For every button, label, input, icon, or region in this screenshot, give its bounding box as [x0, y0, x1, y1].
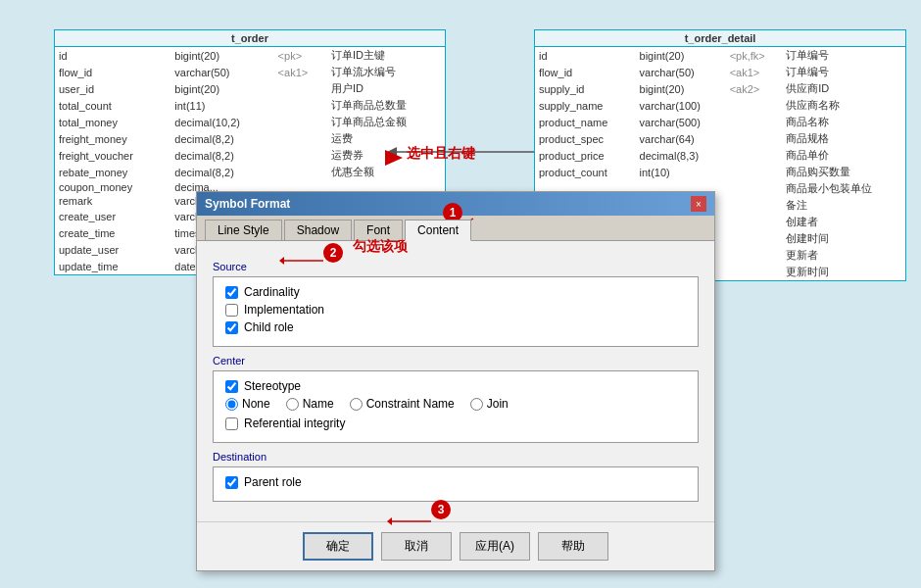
apply-button[interactable]: 应用(A) — [460, 532, 530, 561]
center-label: Center — [213, 355, 699, 367]
radio-row: None Name Constraint Name Join — [225, 397, 686, 411]
radio-join-label: Join — [470, 397, 509, 411]
destination-section: Parent role — [213, 466, 699, 502]
radio-constraint-name[interactable] — [350, 398, 363, 411]
source-label: Source — [213, 261, 699, 272]
table-row: flow_idvarchar(50)<ak1>订单流水编号 — [55, 64, 445, 80]
cardinality-checkbox[interactable] — [225, 286, 238, 299]
confirm-button[interactable]: 确定 — [303, 532, 373, 561]
table-row: total_countint(11)订单商品总数量 — [55, 97, 445, 114]
tab-font[interactable]: Font — [354, 220, 403, 240]
svg-marker-3 — [385, 150, 403, 166]
stereotype-row: Stereotype — [225, 379, 686, 393]
center-section: Stereotype None Name Constraint Name Joi… — [213, 370, 699, 443]
t-order-detail-title: t_order_detail — [535, 30, 905, 47]
table-row: flow_idvarchar(50)<ak1>订单编号 — [535, 64, 905, 80]
referential-integrity-checkbox[interactable] — [225, 417, 238, 430]
stereotype-checkbox[interactable] — [225, 380, 238, 393]
referential-integrity-label: Referential integrity — [244, 416, 345, 430]
parent-role-row: Parent role — [225, 475, 686, 489]
step-3-badge: 3 — [431, 500, 451, 519]
dialog-tabs: Line Style Shadow Font Content — [197, 216, 714, 241]
radio-none[interactable] — [225, 398, 238, 411]
table-row: total_moneydecimal(10,2)订单商品总金额 — [55, 114, 445, 130]
help-button[interactable]: 帮助 — [538, 532, 608, 561]
implementation-checkbox[interactable] — [225, 304, 238, 317]
dialog-title: Symbol Format — [205, 197, 290, 211]
right-click-arrow — [385, 150, 405, 166]
table-row: idbigint(20)<pk>订单ID主键 — [55, 47, 445, 64]
radio-constraint-label: Constraint Name — [350, 397, 455, 411]
source-section: Cardinality Implementation Child role — [213, 276, 699, 347]
symbol-format-dialog: Symbol Format × Line Style Shadow Font C… — [196, 191, 715, 571]
table-row: product_namevarchar(500)商品名称 — [535, 114, 905, 130]
parent-role-checkbox[interactable] — [225, 476, 238, 489]
child-role-label: Child role — [244, 320, 294, 334]
cardinality-label: Cardinality — [244, 285, 300, 299]
cardinality-row: Cardinality — [225, 285, 686, 299]
implementation-label: Implementation — [244, 303, 324, 317]
table-row: product_pricedecimal(8,3)商品单价 — [535, 147, 905, 164]
radio-name[interactable] — [286, 398, 299, 411]
tab-shadow[interactable]: Shadow — [284, 220, 352, 240]
table-row: product_specvarchar(64)商品规格 — [535, 130, 905, 147]
stereotype-label: Stereotype — [244, 379, 301, 393]
close-button[interactable]: × — [691, 196, 706, 212]
implementation-row: Implementation — [225, 303, 686, 317]
tab-content[interactable]: Content — [405, 220, 471, 241]
child-role-row: Child role — [225, 320, 686, 334]
table-row: idbigint(20)<pk,fk>订单编号 — [535, 47, 905, 64]
table-row: supply_namevarchar(100)供应商名称 — [535, 97, 905, 114]
destination-label: Destination — [213, 451, 699, 463]
dialog-footer: 确定 取消 应用(A) 帮助 — [197, 521, 714, 570]
parent-role-label: Parent role — [244, 475, 302, 489]
radio-none-label: None — [225, 397, 270, 411]
right-click-annotation: 选中且右键 — [407, 145, 475, 163]
table-row: supply_idbigint(20)<ak2>供应商ID — [535, 80, 905, 97]
radio-join[interactable] — [470, 398, 483, 411]
table-row: user_idbigint(20)用户ID — [55, 80, 445, 97]
check-item-annotation: 勾选该项 — [353, 238, 408, 256]
table-row: product_countint(10)商品购买数量 — [535, 164, 905, 180]
cancel-button[interactable]: 取消 — [381, 532, 452, 561]
referential-row: Referential integrity — [225, 416, 686, 430]
step-2-badge: 2 — [323, 243, 343, 263]
child-role-checkbox[interactable] — [225, 321, 238, 334]
t-order-title: t_order — [55, 30, 445, 47]
radio-name-label: Name — [286, 397, 334, 411]
dialog-body: Source Cardinality Implementation Child … — [197, 241, 714, 521]
tab-line-style[interactable]: Line Style — [205, 220, 282, 240]
